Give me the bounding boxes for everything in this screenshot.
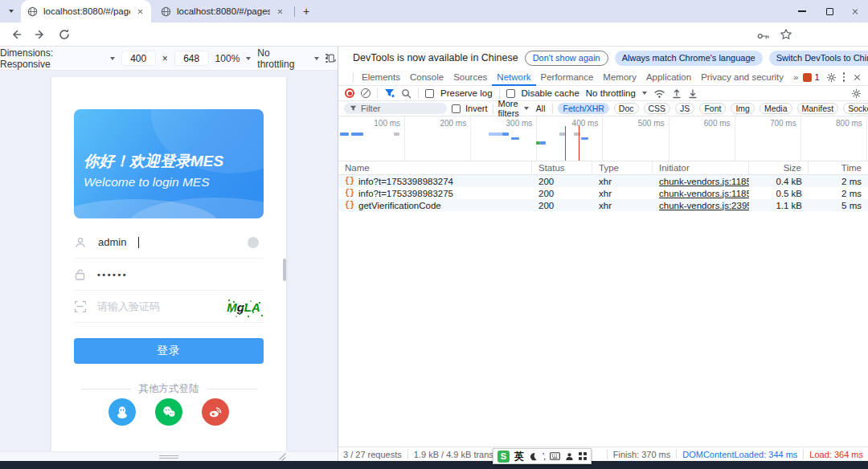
chip-font[interactable]: Font — [699, 103, 726, 114]
password-key-icon[interactable] — [757, 30, 770, 43]
wechat-login-icon[interactable] — [155, 398, 182, 426]
record-network-log-icon[interactable] — [345, 88, 354, 98]
waterfall-bar — [581, 137, 588, 141]
qq-login-icon[interactable] — [108, 398, 136, 426]
network-throttling-select[interactable]: No throttling — [586, 88, 636, 98]
ime-tools-grid-icon[interactable] — [579, 452, 587, 460]
tab-privacy-security[interactable]: Privacy and security — [696, 69, 788, 86]
dimensions-select[interactable]: Dimensions: Responsive — [0, 47, 104, 70]
dont-show-again-button[interactable]: Don't show again — [525, 51, 608, 66]
ime-language-toggle[interactable]: 英 — [514, 450, 524, 463]
tab-title: localhost:8080/#/pages/logi — [43, 6, 130, 16]
zoom-select[interactable]: 100% — [215, 53, 240, 64]
bookmark-star-icon[interactable] — [780, 28, 792, 41]
chip-js[interactable]: JS — [675, 103, 694, 114]
request-name: info?t=1753398983274 — [358, 177, 453, 186]
tab-close-icon[interactable] — [276, 7, 285, 16]
captcha-image[interactable]: M g L A — [225, 296, 262, 318]
column-header-type[interactable]: Type — [592, 161, 653, 175]
preserve-log-checkbox[interactable] — [425, 89, 434, 98]
tab-performance[interactable]: Performance — [536, 69, 599, 86]
filter-funnel-icon[interactable] — [384, 88, 395, 98]
captcha-field[interactable]: 请输入验证码 M g L A — [74, 291, 264, 323]
new-tab-button[interactable]: + — [299, 4, 313, 18]
reload-icon[interactable] — [58, 28, 71, 41]
forward-icon[interactable] — [34, 28, 47, 41]
devtools-close-icon[interactable] — [852, 72, 862, 83]
viewport-resize-handle[interactable] — [159, 455, 178, 459]
chip-img[interactable]: Img — [731, 103, 755, 114]
chip-doc[interactable]: Doc — [614, 103, 639, 114]
tab-application[interactable]: Application — [641, 69, 696, 86]
page-scrollbar[interactable] — [283, 259, 286, 281]
chip-css[interactable]: CSS — [644, 103, 671, 114]
back-icon[interactable] — [10, 28, 23, 41]
throttling-select[interactable]: No throttling — [257, 47, 308, 70]
import-har-icon[interactable] — [672, 88, 682, 99]
ime-toolbar[interactable]: S 英 ’, — [493, 448, 592, 464]
column-header-status[interactable]: Status — [532, 161, 592, 175]
filter-input[interactable]: Filter — [344, 103, 447, 114]
network-table-header: Name Status Type Initiator Size Time — [338, 161, 868, 175]
column-header-size[interactable]: Size — [749, 161, 809, 175]
browser-tab-login[interactable]: localhost:8080/#/pages/logi — [21, 0, 151, 22]
more-tabs-icon[interactable]: » — [788, 69, 803, 86]
devtools-settings-gear-icon[interactable] — [826, 72, 837, 83]
issues-badge[interactable]: 1 — [803, 72, 819, 82]
ime-user-icon[interactable] — [565, 452, 574, 461]
window-close-button[interactable] — [842, 0, 868, 22]
match-language-button[interactable]: Always match Chrome's language — [615, 51, 763, 66]
viewport-corner-resize-handle[interactable] — [278, 453, 286, 461]
more-filters-button[interactable]: More filters — [498, 99, 519, 118]
tab-search-icon[interactable] — [6, 6, 17, 17]
network-settings-gear-icon[interactable] — [851, 88, 862, 99]
invert-checkbox[interactable] — [452, 104, 461, 113]
network-conditions-icon[interactable] — [653, 88, 665, 99]
browser-tab-menu[interactable]: localhost:8080/#/pages/men — [154, 0, 291, 22]
initiator-link[interactable]: chunk-vendors.js:23954 — [659, 201, 749, 210]
initiator-link[interactable]: chunk-vendors.js:11858 — [659, 177, 749, 186]
network-request-row[interactable]: {}info?t=1753398983275 200 xhr chunk-ven… — [338, 187, 868, 199]
tab-sources[interactable]: Sources — [448, 69, 492, 86]
viewport-width-input[interactable]: 400 — [121, 51, 156, 66]
ime-keyboard-icon[interactable] — [550, 452, 560, 460]
clear-network-log-icon[interactable] — [361, 88, 371, 98]
tab-close-icon[interactable] — [136, 7, 145, 16]
column-header-time[interactable]: Time — [809, 161, 868, 175]
chip-socket[interactable]: Socket — [843, 103, 868, 114]
export-har-icon[interactable] — [688, 88, 698, 99]
tab-network[interactable]: Network — [492, 69, 535, 86]
network-request-row[interactable]: {}getVierificationCode 200 xhr chunk-ven… — [338, 199, 868, 211]
switch-to-chinese-button[interactable]: Switch DevTools to Chinese — [769, 51, 868, 66]
chip-media[interactable]: Media — [760, 103, 792, 114]
sogou-logo-icon[interactable]: S — [497, 451, 510, 463]
ime-punctuation-toggle[interactable]: ’, — [542, 452, 545, 461]
search-icon[interactable] — [401, 88, 411, 99]
weibo-login-icon[interactable] — [202, 398, 229, 426]
window-maximize-button[interactable] — [817, 0, 842, 22]
devtools-menu-icon[interactable] — [843, 72, 845, 82]
dcl-marker-line — [565, 126, 566, 161]
device-toolbar-menu-icon[interactable] — [326, 54, 328, 63]
chip-fetch-xhr[interactable]: Fetch/XHR — [558, 103, 608, 114]
network-request-row[interactable]: {}info?t=1753398983274 200 xhr chunk-ven… — [338, 175, 868, 187]
timeline-tick-label: 800 ms — [836, 119, 862, 128]
password-field[interactable]: •••••• — [74, 259, 264, 291]
ime-moon-icon[interactable] — [529, 452, 538, 461]
tab-console[interactable]: Console — [405, 69, 448, 86]
network-overview[interactable]: 100 ms200 ms300 ms400 ms500 ms600 ms700 … — [338, 116, 868, 161]
request-size: 0.5 kB — [749, 189, 809, 198]
column-header-initiator[interactable]: Initiator — [653, 161, 749, 175]
viewport-height-input[interactable]: 648 — [174, 51, 209, 66]
column-header-name[interactable]: Name — [338, 161, 532, 175]
disable-cache-checkbox[interactable] — [506, 89, 515, 98]
username-field[interactable]: admin — [74, 226, 264, 259]
chip-manifest[interactable]: Manifest — [797, 103, 839, 114]
tab-elements[interactable]: Elements — [357, 69, 405, 86]
chip-all[interactable]: All — [534, 103, 548, 114]
tab-memory[interactable]: Memory — [598, 69, 641, 86]
initiator-link[interactable]: chunk-vendors.js:11858 — [659, 189, 749, 198]
network-filter-bar: Filter Invert More filters All Fetch/XHR… — [338, 101, 868, 116]
window-minimize-button[interactable] — [789, 0, 815, 22]
login-button[interactable]: 登录 — [74, 338, 264, 364]
